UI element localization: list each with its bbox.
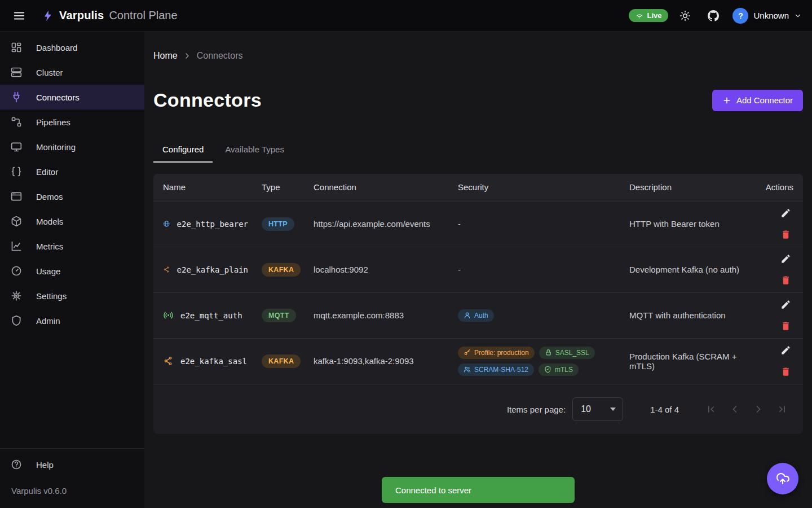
tabs: Configured Available Types: [153, 136, 803, 163]
sidebar-item-label: Metrics: [36, 242, 63, 251]
sidebar-item-dashboard[interactable]: Dashboard: [0, 35, 144, 60]
type-badge: HTTP: [262, 217, 294, 231]
security-badge-label: SCRAM-SHA-512: [474, 366, 528, 374]
menu-button[interactable]: [8, 5, 30, 27]
sidebar-divider: [0, 448, 144, 449]
sidebar-item-cluster[interactable]: Cluster: [0, 60, 144, 85]
edit-button[interactable]: [779, 299, 792, 311]
sidebar-item-label: Editor: [36, 167, 58, 177]
sidebar-item-label: Cluster: [36, 68, 63, 77]
connector-name: e2e_mqtt_auth: [180, 311, 242, 320]
live-status-badge: Live: [629, 9, 668, 22]
security-badge: Auth: [458, 309, 494, 322]
type-badge: KAFKA: [262, 263, 301, 277]
header-name: Name: [153, 174, 255, 201]
add-connector-button[interactable]: Add Connector: [712, 90, 803, 111]
header-type: Type: [255, 174, 307, 201]
sidebar-item-label: Pipelines: [36, 117, 70, 127]
next-page-icon: [753, 404, 764, 415]
delete-button[interactable]: [779, 366, 792, 378]
connector-name: e2e_kafka_plain: [177, 265, 248, 274]
connection-value: https://api.example.com/events: [307, 201, 451, 247]
delete-button[interactable]: [779, 229, 792, 241]
delete-button[interactable]: [779, 320, 792, 332]
pencil-icon: [780, 208, 791, 218]
github-link[interactable]: [702, 5, 725, 27]
page-title: Connectors: [153, 89, 262, 111]
security-empty: -: [458, 219, 461, 229]
connector-name: e2e_http_bearer: [177, 220, 248, 229]
pencil-icon: [780, 253, 791, 264]
plug-icon: [11, 91, 22, 103]
kafka-icon: [163, 356, 174, 366]
add-connector-label: Add Connector: [736, 95, 793, 105]
github-icon: [708, 10, 719, 21]
description-value: HTTP with Bearer token: [623, 201, 756, 247]
edit-button[interactable]: [779, 253, 792, 265]
sidebar-item-label: Demos: [36, 192, 63, 202]
sidebar-item-editor[interactable]: Editor: [0, 159, 144, 184]
lock-icon: [545, 349, 552, 356]
tab-configured[interactable]: Configured: [153, 136, 213, 163]
security-badge-label: SASL_SSL: [555, 349, 589, 357]
security-badge-label: Profile: production: [474, 349, 529, 357]
users-icon: [464, 366, 471, 373]
kafka-icon: [163, 264, 170, 275]
sun-icon: [679, 10, 691, 21]
sidebar-item-label: Dashboard: [36, 43, 77, 52]
first-page-button[interactable]: [701, 400, 721, 419]
main-content: Home Connectors Connectors Add Connector…: [144, 32, 812, 508]
items-per-page-label: Items per page:: [507, 405, 566, 414]
chart-icon: [11, 240, 22, 252]
delete-button[interactable]: [779, 274, 792, 287]
connection-value: kafka-1:9093,kafka-2:9093: [307, 338, 451, 384]
type-badge: MQTT: [262, 309, 296, 322]
sidebar-item-help[interactable]: Help: [0, 452, 144, 477]
trash-icon: [780, 321, 791, 331]
sidebar-item-demos[interactable]: Demos: [0, 184, 144, 209]
previous-page-button[interactable]: [725, 400, 744, 419]
app-version: Varpulis v0.6.0: [0, 477, 144, 508]
user-icon: [464, 312, 471, 319]
edit-button[interactable]: [779, 344, 792, 357]
sidebar-item-pipelines[interactable]: Pipelines: [0, 110, 144, 134]
description-value: Development Kafka (no auth): [623, 247, 756, 292]
tab-available-types[interactable]: Available Types: [216, 136, 293, 163]
cube-icon: [11, 216, 22, 227]
security-badge-label: Auth: [474, 312, 488, 319]
sidebar-item-metrics[interactable]: Metrics: [0, 234, 144, 259]
table-row: e2e_kafka_plain KAFKA localhost:9092 - D…: [153, 247, 803, 292]
header-actions: Actions: [756, 174, 803, 201]
breadcrumb-home-link[interactable]: Home: [153, 51, 178, 61]
sidebar-item-settings[interactable]: Settings: [0, 283, 144, 308]
sidebar-item-connectors[interactable]: Connectors: [0, 85, 144, 110]
table-row: e2e_http_bearer HTTP https://api.example…: [153, 201, 803, 247]
sidebar-item-usage[interactable]: Usage: [0, 259, 144, 283]
chevron-down-icon: [794, 12, 802, 20]
breadcrumb: Home Connectors: [153, 32, 803, 61]
pagination-range: 1-4 of 4: [650, 405, 679, 414]
user-name: Unknown: [753, 11, 789, 20]
brand: Varpulis Control Plane: [42, 9, 178, 22]
sidebar-item-monitoring[interactable]: Monitoring: [0, 134, 144, 159]
pipeline-icon: [11, 116, 22, 128]
toast-connected: Connected to server: [382, 477, 575, 503]
user-menu[interactable]: ? Unknown: [730, 6, 804, 26]
trash-icon: [780, 275, 791, 286]
theme-toggle-button[interactable]: [674, 5, 696, 27]
items-per-page-select[interactable]: 10: [572, 397, 623, 421]
sidebar-item-admin[interactable]: Admin: [0, 308, 144, 333]
fab-upload-button[interactable]: [767, 463, 798, 494]
type-badge: KAFKA: [262, 354, 301, 368]
last-page-button[interactable]: [773, 400, 792, 419]
security-badge: SCRAM-SHA-512: [458, 364, 534, 376]
sidebar-item-models[interactable]: Models: [0, 209, 144, 234]
header-description: Description: [623, 174, 756, 201]
user-avatar: ?: [732, 8, 748, 24]
gear-icon: [11, 290, 22, 301]
trash-icon: [780, 229, 791, 240]
globe-icon: [163, 218, 170, 229]
edit-button[interactable]: [779, 207, 792, 220]
next-page-button[interactable]: [749, 400, 768, 419]
sidebar-item-label: Settings: [36, 291, 67, 301]
